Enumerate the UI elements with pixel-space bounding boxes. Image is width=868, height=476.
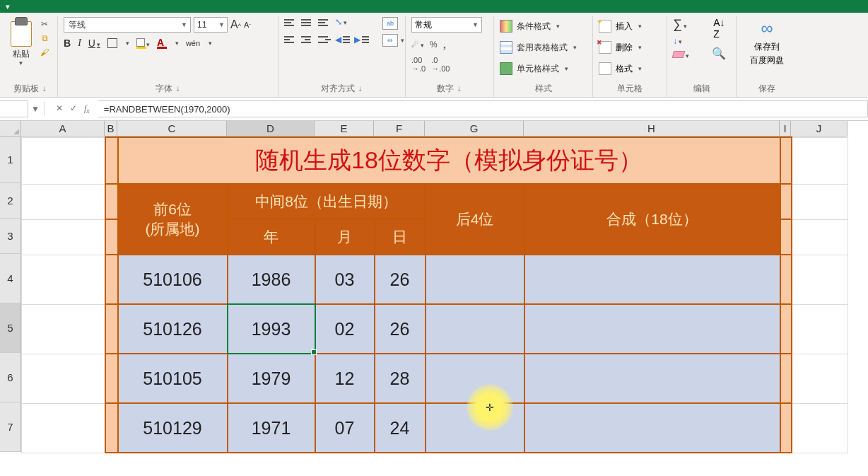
- col-header-C[interactable]: C: [117, 121, 227, 137]
- decrease-indent-icon[interactable]: ◀: [335, 34, 350, 45]
- increase-decimal-icon[interactable]: .00→.0: [411, 56, 426, 73]
- orientation-button[interactable]: ⤡▾: [335, 17, 347, 28]
- row-header-2[interactable]: 2: [0, 183, 20, 219]
- name-box[interactable]: D5: [0, 100, 28, 117]
- merge-cells-icon[interactable]: ⇔▾: [382, 34, 398, 47]
- cell[interactable]: [780, 184, 792, 219]
- cell[interactable]: [105, 354, 118, 403]
- font-color-button[interactable]: A: [157, 37, 167, 49]
- percent-format-icon[interactable]: %: [430, 40, 438, 50]
- cut-icon[interactable]: ✂: [39, 18, 50, 30]
- cell-year[interactable]: 1979: [228, 354, 315, 403]
- increase-indent-icon[interactable]: ▶: [354, 34, 369, 45]
- cell-combo[interactable]: [524, 304, 780, 354]
- select-all-corner[interactable]: [0, 121, 21, 137]
- col-header-I[interactable]: I: [780, 121, 791, 137]
- cell-last4[interactable]: [426, 304, 524, 354]
- cell[interactable]: [22, 304, 105, 354]
- cell-last4[interactable]: [426, 403, 524, 453]
- cell-month[interactable]: 12: [315, 354, 375, 403]
- row-header-3[interactable]: 3: [0, 219, 20, 254]
- cell[interactable]: [105, 255, 118, 304]
- decrease-decimal-icon[interactable]: .0→.00: [431, 56, 450, 73]
- insert-cells-button[interactable]: 插入▾: [599, 17, 661, 35]
- menubar-item[interactable]: ▾: [6, 2, 10, 11]
- cell-day[interactable]: 26: [375, 304, 426, 354]
- hdr-mid[interactable]: 中间8位（出生日期）: [228, 184, 426, 219]
- cell[interactable]: [792, 403, 848, 453]
- hdr-month[interactable]: 月: [315, 219, 375, 255]
- col-header-H[interactable]: H: [524, 121, 780, 137]
- cell[interactable]: [792, 255, 848, 304]
- row-header-6[interactable]: 6: [0, 353, 20, 402]
- align-middle-icon[interactable]: [301, 17, 314, 28]
- align-bottom-icon[interactable]: [318, 17, 331, 28]
- cell[interactable]: [780, 304, 792, 354]
- align-center-icon[interactable]: [301, 34, 314, 45]
- number-format-select[interactable]: 常规 ▼: [411, 17, 482, 33]
- cell[interactable]: [22, 137, 105, 184]
- accounting-format-icon[interactable]: ☄▾: [411, 40, 424, 50]
- cell[interactable]: [105, 219, 118, 255]
- cancel-formula-icon[interactable]: ✕: [56, 103, 63, 115]
- cell-combo[interactable]: [524, 255, 780, 304]
- row-header-4[interactable]: 4: [0, 254, 20, 303]
- col-header-J[interactable]: J: [791, 121, 848, 137]
- cell[interactable]: [105, 137, 118, 184]
- baidu-save-button[interactable]: ∞ 保存到 百度网盘: [742, 17, 792, 66]
- cell-combo[interactable]: [524, 403, 780, 453]
- comma-format-icon[interactable]: ,: [443, 37, 447, 52]
- phonetic-guide-button[interactable]: wén: [186, 39, 200, 47]
- col-header-F[interactable]: F: [374, 121, 425, 137]
- hdr-year[interactable]: 年: [228, 219, 315, 255]
- align-right-icon[interactable]: [318, 34, 331, 45]
- fx-icon[interactable]: fx: [84, 103, 90, 115]
- cell[interactable]: [780, 403, 792, 453]
- italic-button[interactable]: I: [78, 37, 81, 49]
- cell-month[interactable]: 07: [315, 403, 375, 453]
- table-title[interactable]: 随机生成18位数字（模拟身份证号）: [118, 137, 780, 184]
- row-headers[interactable]: 1234567: [0, 137, 21, 452]
- hdr-day[interactable]: 日: [375, 219, 426, 255]
- cell-prefix[interactable]: 510126: [118, 304, 228, 354]
- row-header-1[interactable]: 1: [0, 137, 20, 183]
- hdr-last4[interactable]: 后4位: [426, 184, 524, 255]
- find-select-button[interactable]: 🔍: [712, 47, 726, 60]
- cell[interactable]: [792, 137, 848, 184]
- cell-day[interactable]: 28: [375, 354, 426, 403]
- cell-year[interactable]: 1993: [228, 304, 315, 354]
- cell-prefix[interactable]: 510129: [118, 403, 228, 453]
- hdr-combo[interactable]: 合成（18位）: [524, 184, 780, 255]
- cell[interactable]: [105, 184, 118, 219]
- cell[interactable]: [792, 304, 848, 354]
- delete-cells-button[interactable]: 删除▾: [599, 38, 661, 57]
- cell-month[interactable]: 03: [315, 255, 375, 304]
- col-header-B[interactable]: B: [105, 121, 117, 137]
- cell[interactable]: [780, 137, 792, 184]
- col-header-A[interactable]: A: [21, 121, 105, 137]
- align-top-icon[interactable]: [284, 17, 297, 28]
- sort-filter-button[interactable]: A↓Z: [713, 17, 725, 40]
- format-cells-button[interactable]: 格式▾: [599, 59, 661, 78]
- cell[interactable]: [780, 255, 792, 304]
- cell-day[interactable]: 24: [375, 403, 426, 453]
- hdr-prefix[interactable]: 前6位(所属地): [118, 184, 228, 255]
- formula-input[interactable]: =RANDBETWEEN(1970,2000): [98, 100, 868, 117]
- cell-day[interactable]: 26: [375, 255, 426, 304]
- align-left-icon[interactable]: [284, 34, 297, 45]
- table-format-button[interactable]: 套用表格格式▾: [500, 38, 587, 57]
- autosum-button[interactable]: ∑▾: [673, 17, 687, 32]
- cell[interactable]: [22, 403, 105, 453]
- cell-year[interactable]: 1986: [228, 255, 315, 304]
- spreadsheet-grid[interactable]: 1234567 ABCDEFGHIJ 随机生成18位数字（模拟身份证号）前6位(…: [0, 121, 868, 476]
- cell-last4[interactable]: [426, 354, 524, 403]
- name-box-dropdown[interactable]: ▼: [30, 104, 41, 114]
- cell-styles-button[interactable]: 单元格样式▾: [500, 59, 587, 78]
- accept-formula-icon[interactable]: ✓: [70, 103, 77, 115]
- cell[interactable]: [22, 219, 105, 255]
- underline-button[interactable]: U▾: [88, 37, 100, 49]
- font-size-select[interactable]: 11 ▼: [194, 17, 228, 33]
- row-header-5[interactable]: 5: [0, 303, 20, 353]
- cell[interactable]: [780, 354, 792, 403]
- cell-prefix[interactable]: 510105: [118, 354, 228, 403]
